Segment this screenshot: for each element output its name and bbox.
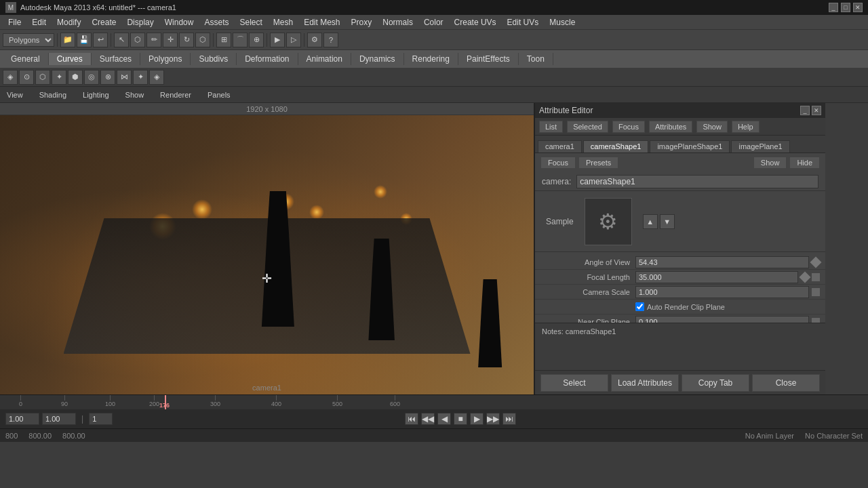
tb-undo-btn[interactable]: ↩	[93, 33, 108, 47]
tb-snap-grid-btn[interactable]: ⊞	[216, 33, 231, 47]
menu-edit-uvs[interactable]: Edit UVs	[502, 16, 545, 28]
shelf-icon-2[interactable]: ⊙	[19, 70, 34, 85]
near-clip-input[interactable]	[635, 316, 809, 323]
shelf-icon-3[interactable]: ⬡	[35, 70, 50, 85]
camera-scale-square-btn[interactable]	[812, 288, 820, 296]
tb-settings-btn[interactable]: ⚙	[307, 33, 322, 47]
close-button[interactable]: ✕	[853, 3, 863, 12]
menu-select[interactable]: Select	[234, 16, 267, 28]
shelf-icon-5[interactable]: ⬢	[68, 70, 83, 85]
tl-skip-start-btn[interactable]: ⏮	[405, 413, 418, 425]
tb-snap-curve-btn[interactable]: ⌒	[233, 33, 248, 47]
menu-color[interactable]: Color	[418, 16, 449, 28]
nav-focus-btn[interactable]: Focus	[612, 121, 645, 133]
tb-select-btn[interactable]: ↖	[114, 33, 129, 47]
tb-lasso-btn[interactable]: ⬡	[130, 33, 145, 47]
menu-display[interactable]: Display	[121, 16, 159, 28]
tab-toon[interactable]: Toon	[519, 53, 553, 65]
menu-window[interactable]: Window	[159, 16, 199, 28]
angle-of-view-input[interactable]	[635, 256, 809, 268]
tab-painteffects[interactable]: PaintEffects	[458, 53, 519, 65]
menu-assets[interactable]: Assets	[199, 16, 234, 28]
viewport[interactable]: ✛ camera1	[0, 115, 534, 394]
tb-ipr-btn[interactable]: ▷	[286, 33, 301, 47]
tab-dynamics[interactable]: Dynamics	[351, 53, 404, 65]
tb-move-btn[interactable]: ✛	[163, 33, 178, 47]
tab-deformation[interactable]: Deformation	[237, 53, 298, 65]
nav-attributes-btn[interactable]: Attributes	[649, 121, 692, 133]
auto-render-clip-checkbox[interactable]	[635, 302, 644, 311]
menu-muscle[interactable]: Muscle	[544, 16, 580, 28]
focal-length-keyframe-diamond[interactable]	[800, 271, 811, 283]
nav-show-btn[interactable]: Show	[696, 121, 728, 133]
shelf-icon-7[interactable]: ⊗	[100, 70, 115, 85]
focal-length-input[interactable]	[635, 271, 798, 283]
attr-tab-camerashape1[interactable]: cameraShape1	[583, 140, 649, 152]
tab-animation[interactable]: Animation	[298, 53, 351, 65]
camera-scale-input[interactable]	[635, 286, 809, 298]
menu-create[interactable]: Create	[86, 16, 121, 28]
attr-tab-camera1[interactable]: camera1	[538, 140, 582, 152]
close-btn[interactable]: Close	[752, 374, 820, 392]
tl-step-fwd-btn[interactable]: ▶▶	[486, 413, 500, 425]
tl-stop-btn[interactable]: ■	[454, 413, 467, 425]
tab-curves[interactable]: Curves	[49, 53, 92, 65]
view-menu-renderer[interactable]: Renderer	[156, 89, 195, 100]
attr-editor-close-btn[interactable]: ✕	[812, 106, 821, 115]
shelf-icon-6[interactable]: ◎	[84, 70, 99, 85]
tl-play-back-btn[interactable]: ◀	[437, 413, 451, 425]
timeline-frame-field[interactable]	[89, 413, 113, 425]
shelf-icon-4[interactable]: ✦	[52, 70, 66, 85]
tab-polygons[interactable]: Polygons	[140, 53, 191, 65]
focal-length-square-btn[interactable]	[812, 273, 820, 281]
tb-rotate-btn[interactable]: ↻	[179, 33, 194, 47]
view-menu-lighting[interactable]: Lighting	[79, 89, 113, 100]
menu-normals[interactable]: Normals	[377, 16, 418, 28]
shelf-icon-9[interactable]: ✦	[133, 70, 148, 85]
menu-proxy[interactable]: Proxy	[346, 16, 378, 28]
load-attributes-btn[interactable]: Load Attributes	[611, 374, 679, 392]
tab-rendering[interactable]: Rendering	[404, 53, 458, 65]
timeline-field-2[interactable]	[42, 413, 76, 425]
presets-btn[interactable]: Presets	[578, 157, 618, 169]
tl-step-back-btn[interactable]: ◀◀	[421, 413, 435, 425]
near-clip-square-btn[interactable]	[812, 318, 820, 323]
menu-edit-mesh[interactable]: Edit Mesh	[298, 16, 345, 28]
timeline-field-1[interactable]	[5, 413, 39, 425]
select-btn[interactable]: Select	[540, 374, 608, 392]
angle-of-view-keyframe-diamond[interactable]	[810, 256, 822, 268]
nav-help-btn[interactable]: Help	[732, 121, 760, 133]
shelf-icon-8[interactable]: ⋈	[117, 70, 132, 85]
show-btn[interactable]: Show	[753, 157, 787, 169]
view-menu-show[interactable]: Show	[121, 89, 149, 100]
focus-btn[interactable]: Focus	[540, 157, 576, 169]
menu-modify[interactable]: Modify	[52, 16, 86, 28]
tab-subdivs[interactable]: Subdivs	[191, 53, 237, 65]
menu-mesh[interactable]: Mesh	[268, 16, 298, 28]
tb-save-btn[interactable]: 💾	[77, 33, 92, 47]
copy-tab-btn[interactable]: Copy Tab	[682, 374, 749, 392]
view-menu-shading[interactable]: Shading	[35, 89, 71, 100]
sample-thumbnail[interactable]	[585, 198, 632, 245]
view-menu-view[interactable]: View	[3, 89, 27, 100]
tb-render-btn[interactable]: ▶	[270, 33, 285, 47]
tl-play-btn[interactable]: ▶	[470, 413, 484, 425]
tb-scale-btn[interactable]: ⬡	[195, 33, 210, 47]
attributes-scroll-area[interactable]: Angle of View Focal Length Camera Scale	[535, 252, 825, 323]
camera-name-input[interactable]	[576, 175, 818, 188]
attr-tab-imageplaneshape1[interactable]: imagePlaneShape1	[650, 140, 730, 152]
maximize-button[interactable]: □	[841, 3, 850, 12]
sample-up-btn[interactable]: ▲	[643, 214, 658, 229]
tb-help-btn[interactable]: ?	[323, 33, 338, 47]
attr-tab-imageplane1[interactable]: imagePlane1	[731, 140, 789, 152]
hide-btn[interactable]: Hide	[789, 157, 820, 169]
tl-skip-end-btn[interactable]: ⏭	[502, 413, 516, 425]
tb-snap-point-btn[interactable]: ⊕	[249, 33, 264, 47]
tb-open-btn[interactable]: 📁	[60, 33, 75, 47]
mode-select[interactable]: Polygons	[3, 33, 54, 47]
tab-general[interactable]: General	[3, 53, 49, 65]
sample-down-btn[interactable]: ▼	[660, 214, 675, 229]
view-menu-panels[interactable]: Panels	[203, 89, 235, 100]
shelf-icon-10[interactable]: ◈	[149, 70, 164, 85]
menu-create-uvs[interactable]: Create UVs	[449, 16, 502, 28]
